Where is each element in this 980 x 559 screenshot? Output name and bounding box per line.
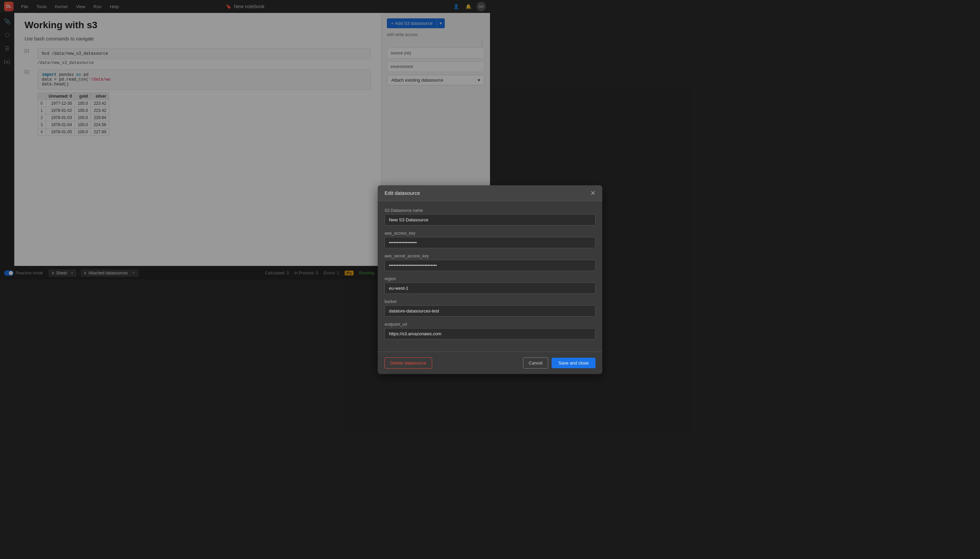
- form-group-region: region: [385, 276, 490, 280]
- modal-title: Edit datasource: [385, 190, 420, 196]
- input-aws-secret-key[interactable]: [385, 260, 490, 271]
- modal-overlay[interactable]: Edit datasource ✕ S3 Datasource name aws…: [0, 0, 490, 280]
- label-datasource-name: S3 Datasource name: [385, 208, 490, 213]
- label-aws-secret-key: aws_secret_access_key: [385, 254, 490, 258]
- label-aws-access-key: aws_access_key: [385, 231, 490, 236]
- form-group-aws-secret-key: aws_secret_access_key: [385, 254, 490, 271]
- form-group-datasource-name: S3 Datasource name: [385, 208, 490, 225]
- form-group-aws-access-key: aws_access_key: [385, 231, 490, 248]
- input-datasource-name[interactable]: [385, 214, 490, 225]
- modal-body: S3 Datasource name aws_access_key aws_se…: [378, 201, 490, 280]
- modal-header: Edit datasource ✕: [378, 185, 490, 201]
- input-aws-access-key[interactable]: [385, 237, 490, 248]
- edit-datasource-modal: Edit datasource ✕ S3 Datasource name aws…: [378, 185, 490, 280]
- label-region: region: [385, 276, 490, 280]
